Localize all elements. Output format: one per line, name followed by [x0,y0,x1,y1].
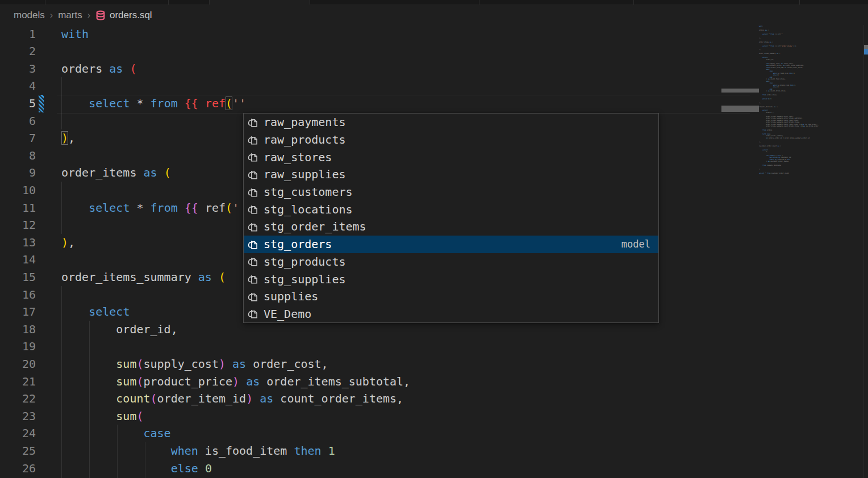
code-line[interactable]: 3orders as ( [0,60,868,78]
symbol-reference-icon [247,308,259,320]
line-number: 4 [0,77,36,95]
code-text: sum( [61,408,144,425]
symbol-reference-icon [247,186,259,198]
suggest-item-label: stg_locations [264,203,650,216]
code-text: select * from {{ ref('' [61,95,246,112]
code-text: with [61,26,89,43]
suggest-item-label: supplies [264,290,650,303]
symbol-reference-icon [247,238,259,250]
code-line[interactable]: 20 sum(supply_cost) as order_cost, [0,355,868,373]
line-number: 15 [0,269,36,286]
code-line[interactable]: 1with [0,26,868,43]
suggest-item-label: stg_supplies [264,272,650,286]
suggest-item-raw_supplies[interactable]: raw_supplies [244,166,658,183]
line-number: 1 [0,26,36,43]
code-line[interactable]: 23 sum( [0,408,868,425]
line-number: 11 [0,199,36,217]
code-text: when is_food_item then 1 [61,442,335,460]
overview-ruler-mark-gray [864,45,868,49]
line-number: 26 [0,460,36,477]
suggest-item-stg_supplies[interactable]: stg_supplies [244,270,658,288]
symbol-reference-icon [247,134,259,146]
line-number: 21 [0,373,36,391]
line-number: 7 [0,129,36,147]
suggest-item-label: raw_products [264,133,650,146]
overview-ruler [863,25,864,478]
suggest-item-detail: model [621,238,650,250]
line-number: 9 [0,164,36,182]
code-text: sum(product_price) as order_items_subtot… [61,373,410,391]
line-number: 3 [0,60,36,78]
vscode-editor-window: models › marts › orders.sql 1with23order… [0,0,868,478]
line-number: 19 [0,338,36,355]
suggest-item-label: stg_products [264,255,650,269]
symbol-reference-icon [247,203,259,215]
suggest-item-stg_order_items[interactable]: stg_order_items [244,218,658,236]
line-number: 18 [0,321,36,338]
code-line[interactable]: 24 case [0,425,868,442]
line-number: 25 [0,442,36,460]
code-line[interactable]: 2 [0,43,868,60]
line-number: 12 [0,216,36,234]
code-text: count(order_item_id) as count_order_item… [61,390,403,408]
line-number: 14 [0,251,36,269]
code-line[interactable]: 25 when is_food_item then 1 [0,442,868,460]
code-text: sum(supply_cost) as order_cost, [61,355,328,373]
code-line[interactable]: 21 sum(product_price) as order_items_sub… [0,373,868,391]
suggest-item-stg_customers[interactable]: stg_customers [244,183,658,201]
symbol-reference-icon [247,221,259,233]
suggest-item-label: stg_orders [264,237,621,251]
suggest-item-raw_stores[interactable]: raw_stores [244,148,658,166]
suggest-item-stg_products[interactable]: stg_products [244,253,658,271]
symbol-reference-icon [247,151,259,163]
suggest-item-label: raw_payments [264,115,650,129]
suggest-item-supplies[interactable]: supplies [244,288,658,305]
code-text: orders as ( [61,60,136,78]
suggest-item-raw_payments[interactable]: raw_payments [244,114,658,131]
suggest-item-label: stg_order_items [264,220,650,233]
symbol-reference-icon [247,273,259,285]
suggest-item-label: stg_customers [264,185,650,199]
minimap[interactable]: with orders as ( select * from {{ ref(''… [759,26,862,174]
line-number: 24 [0,425,36,442]
suggest-item-label: VE_Demo [264,307,650,321]
code-text: select [61,303,130,321]
line-number: 22 [0,390,36,408]
suggest-item-label: raw_stores [264,150,650,164]
code-line[interactable]: 18 order_id, [0,321,868,338]
line-number: 20 [0,355,36,373]
code-text: order_id, [61,321,178,338]
code-text: select * from {{ ref(' [61,199,239,217]
code-text: else 0 [61,460,212,477]
code-text: order_items_summary as ( [61,269,226,286]
overview-ruler-mark-modified [864,49,868,54]
code-text: order_items as ( [61,164,171,182]
line-number: 2 [0,43,36,60]
code-text: ), [61,129,75,147]
suggest-item-raw_products[interactable]: raw_products [244,131,658,149]
suggest-item-stg_locations[interactable]: stg_locations [244,200,658,218]
line-number: 10 [0,182,36,199]
line-number: 16 [0,286,36,304]
minimap-decoration [721,106,759,112]
minimap-decoration [721,89,759,93]
line-number: 17 [0,303,36,321]
code-line[interactable]: 26 else 0 [0,460,868,477]
minimap-line: select * from customer_order_count [759,173,862,174]
code-line[interactable]: 22 count(order_item_id) as count_order_i… [0,390,868,408]
symbol-reference-icon [247,116,259,128]
code-text: ), [61,234,75,251]
suggest-item-ve_demo[interactable]: VE_Demo [244,305,658,323]
line-number: 6 [0,112,36,130]
suggest-item-stg_orders[interactable]: stg_ordersmodel [244,236,658,253]
autocomplete-suggest-widget: raw_payments raw_products raw_stores raw… [243,113,659,323]
symbol-reference-icon [247,255,259,267]
line-number: 8 [0,147,36,165]
line-number: 5 [0,95,36,112]
symbol-reference-icon [247,291,259,303]
line-number: 13 [0,234,36,251]
code-text: case [61,425,171,442]
line-number: 23 [0,408,36,425]
symbol-reference-icon [247,169,259,181]
code-line[interactable]: 19 [0,338,868,355]
